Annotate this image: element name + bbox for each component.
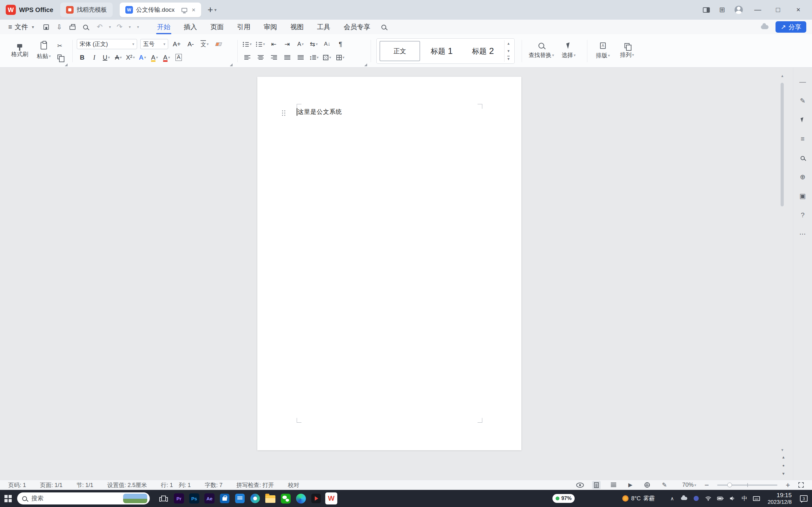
- increase-indent-button[interactable]: ⇥: [282, 39, 293, 49]
- taskbar-app-store[interactable]: [217, 490, 232, 507]
- ink-pen-icon[interactable]: ✎: [660, 480, 669, 490]
- eye-protection-icon[interactable]: [576, 483, 584, 488]
- properties-icon[interactable]: ≡: [797, 135, 809, 143]
- clear-format-button[interactable]: [213, 39, 224, 49]
- notification-center-icon[interactable]: 3: [800, 495, 808, 502]
- document-text-line[interactable]: 这里是公文系统: [297, 108, 342, 116]
- redo-dropdown-icon[interactable]: ▾: [129, 25, 131, 29]
- tab-page[interactable]: 页面: [204, 20, 231, 34]
- search-highlight-image[interactable]: [123, 494, 147, 503]
- sidebar-toggle-icon[interactable]: [703, 7, 710, 13]
- onedrive-cloud-icon[interactable]: [680, 495, 688, 502]
- fit-page-icon[interactable]: [798, 482, 804, 488]
- vertical-scrollbar[interactable]: ▲ ▼: [780, 73, 785, 480]
- play-presentation-icon[interactable]: ▶: [626, 481, 634, 490]
- tab-document[interactable]: W 公文传输.docx ×: [120, 3, 201, 17]
- web-view-icon[interactable]: [643, 481, 652, 489]
- volume-icon[interactable]: [729, 495, 736, 502]
- next-page-icon[interactable]: ▼: [781, 471, 785, 476]
- scroll-down-icon[interactable]: ▼: [780, 447, 785, 452]
- touch-keyboard-icon[interactable]: [753, 495, 760, 502]
- select-tool-icon[interactable]: [797, 116, 809, 124]
- scrollbar-thumb[interactable]: [780, 83, 784, 207]
- new-tab-dropdown-icon[interactable]: ▾: [214, 7, 216, 12]
- typeset-button[interactable]: A 排版▾: [591, 38, 615, 64]
- ime-indicator[interactable]: 中: [741, 495, 748, 502]
- export-pdf-icon[interactable]: ⇩: [56, 24, 62, 30]
- redo-icon[interactable]: ↷: [117, 23, 122, 31]
- frame-icon[interactable]: ▣: [797, 192, 809, 200]
- numbering-button[interactable]: ▾: [255, 39, 266, 49]
- document-text[interactable]: 这里是公文系统: [298, 108, 342, 116]
- status-spellcheck[interactable]: 拼写检查: 打开: [237, 481, 274, 489]
- tab-insert[interactable]: 插入: [177, 20, 204, 34]
- italic-button[interactable]: I: [89, 52, 100, 62]
- font-size-select[interactable]: 五号 ▾: [140, 39, 168, 49]
- shading-button[interactable]: ▾: [322, 52, 333, 62]
- styles-more-icon[interactable]: ▾: [507, 56, 510, 61]
- tab-review[interactable]: 审阅: [257, 20, 284, 34]
- tab-reference[interactable]: 引用: [231, 20, 257, 34]
- previous-page-icon[interactable]: ▲: [781, 455, 785, 459]
- tab-member[interactable]: 会员专享: [337, 20, 377, 34]
- tab-close-icon[interactable]: ×: [192, 6, 196, 14]
- more-tools-icon[interactable]: ⋯: [797, 230, 809, 238]
- font-name-select[interactable]: 宋体 (正文) ▾: [77, 39, 137, 49]
- zoom-in-button[interactable]: +: [786, 481, 790, 490]
- align-right-button[interactable]: [268, 52, 279, 62]
- styles-scroll-up-icon[interactable]: ▴: [507, 41, 510, 46]
- increase-font-button[interactable]: A+: [171, 39, 182, 49]
- taskbar-app-wechat[interactable]: [278, 490, 293, 507]
- print-icon[interactable]: [69, 26, 75, 30]
- tab-view[interactable]: 视图: [284, 20, 310, 34]
- underline-button[interactable]: U▾: [101, 52, 112, 62]
- asian-layout-button[interactable]: ⇆▾: [308, 39, 319, 49]
- tab-docer-templates[interactable]: 找稻壳模板: [60, 3, 113, 17]
- cut-icon[interactable]: ✂: [57, 43, 62, 49]
- status-word-count[interactable]: 字数: 7: [205, 481, 222, 489]
- style-heading2[interactable]: 标题 2: [463, 41, 503, 61]
- strikethrough-button[interactable]: A▾: [113, 52, 124, 62]
- zoom-slider[interactable]: [717, 485, 777, 486]
- char-border-button[interactable]: A: [173, 52, 184, 62]
- clipboard-dialog-launcher[interactable]: [65, 63, 67, 66]
- outline-view-icon[interactable]: [609, 481, 618, 489]
- taskbar-app-photoshop[interactable]: Ps: [187, 490, 202, 507]
- taskbar-app-explorer[interactable]: [263, 490, 278, 507]
- quickbar-customize-icon[interactable]: ▾: [137, 25, 139, 29]
- tray-expand-icon[interactable]: ∧: [669, 495, 675, 502]
- distribute-button[interactable]: [295, 52, 306, 62]
- help-icon[interactable]: ?: [797, 211, 809, 219]
- maximize-button[interactable]: □: [773, 6, 783, 14]
- taskbar-app-edge[interactable]: [293, 490, 308, 507]
- share-button[interactable]: ↗ 分享: [775, 21, 806, 33]
- teams-status-icon[interactable]: [693, 495, 700, 502]
- save-icon[interactable]: [44, 24, 49, 30]
- page-view-icon[interactable]: [592, 481, 601, 489]
- tab-tools[interactable]: 工具: [310, 20, 337, 34]
- zoom-level-select[interactable]: 70% ▾: [682, 482, 696, 488]
- show-marks-button[interactable]: ¶: [335, 39, 346, 49]
- start-button[interactable]: [0, 490, 16, 507]
- highlight-button[interactable]: A▾: [149, 52, 160, 62]
- zoom-out-button[interactable]: −: [704, 481, 709, 490]
- edit-pen-icon[interactable]: ✎: [797, 97, 809, 105]
- style-heading1[interactable]: 标题 1: [422, 41, 461, 61]
- app-grid-icon[interactable]: ⊞: [719, 6, 725, 14]
- command-search-icon[interactable]: [382, 25, 386, 30]
- scroll-up-icon[interactable]: ▲: [780, 73, 785, 78]
- copy-icon[interactable]: [57, 55, 61, 59]
- minimize-button[interactable]: —: [752, 6, 763, 14]
- text-effect-button[interactable]: A▾: [137, 52, 148, 62]
- wifi-icon[interactable]: [705, 495, 712, 502]
- taskbar-clock[interactable]: 19:15 2023/12/8: [768, 492, 792, 506]
- app-home-tab[interactable]: W WPS Office: [6, 5, 53, 15]
- document-check-icon[interactable]: [797, 154, 809, 162]
- find-replace-button[interactable]: 查找替换▾: [526, 38, 557, 64]
- zoom-slider-thumb[interactable]: [727, 483, 732, 487]
- bullets-button[interactable]: ▾: [242, 39, 253, 49]
- bold-button[interactable]: B: [77, 52, 88, 62]
- monitor-icon[interactable]: [182, 8, 187, 12]
- borders-button[interactable]: ▾: [335, 52, 346, 62]
- superscript-button[interactable]: X²▾: [125, 52, 136, 62]
